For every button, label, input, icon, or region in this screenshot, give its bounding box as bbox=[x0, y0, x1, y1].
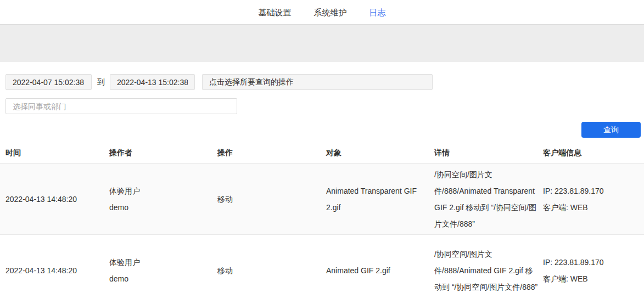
header-cell-client-info: 客户端信息 bbox=[543, 144, 644, 161]
cell-object: Animated GIF 2.gif bbox=[326, 262, 434, 279]
cell-operator: 体验用户 demo bbox=[109, 183, 217, 216]
filter-section: 到 bbox=[0, 62, 644, 114]
table-header: 时间 操作者 操作 对象 详情 客户端信息 bbox=[0, 142, 644, 164]
operation-filter-input[interactable] bbox=[202, 74, 433, 90]
to-label: 到 bbox=[97, 77, 105, 87]
header-cell-operation: 操作 bbox=[217, 144, 326, 161]
cell-client-info: IP: 223.81.89.170 客户端: WEB bbox=[543, 183, 644, 216]
operator-account: demo bbox=[109, 271, 217, 287]
cell-time: 2022-04-13 14:48:20 bbox=[5, 191, 109, 207]
cell-operator: 体验用户 demo bbox=[109, 254, 217, 287]
filter-row-dates: 到 bbox=[5, 74, 639, 90]
table-row: 2022-04-13 14:48:20 体验用户 demo 移动 Animate… bbox=[0, 164, 644, 235]
cell-detail: /协同空间/图片文件/888/Animated GIF 2.gif 移动到 “/… bbox=[434, 246, 543, 295]
toolbar-band bbox=[0, 25, 644, 62]
cell-object: Animated Transparent GIF 2.gif bbox=[326, 183, 434, 216]
table-row: 2022-04-13 14:48:20 体验用户 demo 移动 Animate… bbox=[0, 235, 644, 304]
tab-basic-settings[interactable]: 基础设置 bbox=[259, 0, 292, 25]
cell-detail: /协同空间/图片文件/888/Animated Transparent GIF … bbox=[434, 166, 543, 232]
operator-account: demo bbox=[109, 199, 217, 216]
header-cell-time: 时间 bbox=[5, 144, 109, 161]
start-time-input[interactable] bbox=[5, 74, 92, 90]
client-ip: IP: 223.81.89.170 bbox=[543, 183, 640, 199]
end-time-input[interactable] bbox=[110, 74, 195, 90]
query-button[interactable]: 查询 bbox=[581, 122, 641, 138]
operator-name: 体验用户 bbox=[109, 254, 217, 271]
cell-operation: 移动 bbox=[217, 191, 326, 207]
header-cell-object: 对象 bbox=[326, 144, 434, 161]
client-type: 客户端: WEB bbox=[543, 199, 640, 216]
cell-client-info: IP: 223.81.89.170 客户端: WEB bbox=[543, 254, 644, 287]
operator-name: 体验用户 bbox=[109, 183, 217, 199]
tab-log[interactable]: 日志 bbox=[369, 0, 386, 25]
header-cell-operator: 操作者 bbox=[109, 144, 217, 161]
header-cell-detail: 详情 bbox=[434, 144, 543, 161]
cell-time: 2022-04-13 14:48:20 bbox=[5, 262, 109, 279]
cell-operation: 移动 bbox=[217, 262, 326, 279]
client-ip: IP: 223.81.89.170 bbox=[543, 254, 640, 271]
people-filter-input[interactable] bbox=[5, 98, 237, 114]
log-table: 时间 操作者 操作 对象 详情 客户端信息 2022-04-13 14:48:2… bbox=[0, 142, 644, 304]
client-type: 客户端: WEB bbox=[543, 271, 640, 287]
filter-row-people bbox=[5, 98, 639, 114]
tab-system-maintenance[interactable]: 系统维护 bbox=[314, 0, 347, 25]
query-button-row: 查询 bbox=[0, 114, 644, 138]
top-tab-bar: 基础设置 系统维护 日志 bbox=[0, 0, 644, 25]
